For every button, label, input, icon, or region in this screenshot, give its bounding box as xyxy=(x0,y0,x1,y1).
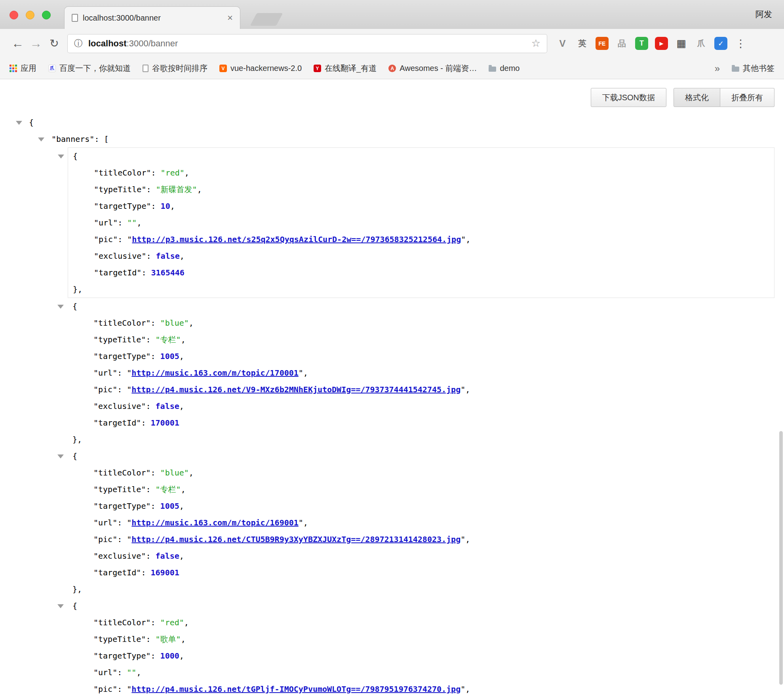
browser-menu-icon[interactable]: ⋮ xyxy=(735,37,746,50)
json-token: "typeTitle" xyxy=(93,335,146,344)
ext-fe-icon[interactable] xyxy=(596,37,609,50)
json-token: , xyxy=(181,335,186,344)
bookmark-label: 谷歌按时间排序 xyxy=(152,63,207,74)
json-token: "" xyxy=(127,218,137,227)
ext-translate-icon[interactable] xyxy=(576,37,589,50)
ext-youtube-icon[interactable] xyxy=(655,37,668,50)
json-line: { xyxy=(68,298,774,315)
extension-icons xyxy=(556,37,727,50)
maximize-window-button[interactable] xyxy=(42,11,51,19)
bookmark-item[interactable]: 百度一下，你就知道 xyxy=(48,63,131,74)
youdao-icon xyxy=(314,65,321,72)
json-line: "targetType": 1005, xyxy=(68,498,774,514)
ext-qr-icon[interactable] xyxy=(675,37,688,50)
other-bookmarks[interactable]: 其他书签 xyxy=(732,63,774,74)
json-line: { xyxy=(68,598,774,614)
page-info-icon[interactable]: ⓘ xyxy=(74,38,83,50)
url-link[interactable]: http://p4.music.126.net/V9-MXz6b2MNhEKju… xyxy=(131,385,461,394)
json-token: " xyxy=(461,684,465,694)
page-icon xyxy=(143,65,148,72)
ext-v-icon[interactable] xyxy=(556,37,569,50)
reload-button[interactable]: ↻ xyxy=(45,38,63,49)
bookmark-star-icon[interactable]: ☆ xyxy=(531,37,540,50)
titlebar: localhost:3000/banner × 阿发 xyxy=(0,0,784,29)
profile-name[interactable]: 阿发 xyxy=(755,9,772,20)
collapse-toggle-icon[interactable] xyxy=(57,305,64,309)
ext-group-icon[interactable] xyxy=(615,37,628,50)
json-token: "targetType" xyxy=(93,651,151,661)
url-host: localhost xyxy=(88,38,127,48)
json-token: : xyxy=(151,618,160,627)
close-window-button[interactable] xyxy=(10,11,18,19)
json-token: " xyxy=(127,368,131,378)
json-token: "新碟首发" xyxy=(156,185,197,194)
url-text: localhost:3000/banner xyxy=(88,38,178,49)
url-link[interactable]: http://music.163.com/m/topic/169001 xyxy=(131,518,298,527)
bookmark-label: 在线翻译_有道 xyxy=(325,63,377,74)
folder-icon xyxy=(732,67,739,72)
json-line: }, xyxy=(68,431,774,448)
bookmark-label: demo xyxy=(500,64,519,73)
json-token: "url" xyxy=(93,668,117,677)
vue-icon xyxy=(219,65,227,72)
json-token: , xyxy=(185,168,189,178)
json-token: { xyxy=(72,302,77,311)
new-tab-button[interactable] xyxy=(250,13,283,26)
url-link[interactable]: http://p3.music.126.net/s25q2x5QyqsAzilC… xyxy=(132,235,461,244)
json-token: , xyxy=(189,468,194,477)
ext-shield-t-icon[interactable] xyxy=(635,37,648,50)
json-line: "targetId": 3165446 xyxy=(68,264,774,281)
tab-close-icon[interactable]: × xyxy=(227,13,233,23)
format-button[interactable]: 格式化 xyxy=(674,88,720,107)
url-link[interactable]: http://music.163.com/m/topic/170001 xyxy=(131,368,298,378)
json-viewer-toolbar: 下载JSON数据 格式化 折叠所有 xyxy=(0,79,784,107)
tab-title: localhost:3000/banner xyxy=(83,13,223,23)
json-line: { xyxy=(0,114,784,131)
collapse-toggle-icon[interactable] xyxy=(38,137,44,141)
json-token: , xyxy=(136,668,141,677)
json-token: { xyxy=(72,601,77,611)
collapse-toggle-icon[interactable] xyxy=(16,121,22,125)
forward-button[interactable]: → xyxy=(27,37,45,50)
collapse-toggle-icon[interactable] xyxy=(57,454,64,458)
bookmark-item[interactable]: demo xyxy=(489,64,519,73)
json-token: }, xyxy=(72,584,82,594)
json-token: : xyxy=(151,501,160,511)
json-token: 169001 xyxy=(151,568,179,577)
download-json-button[interactable]: 下载JSON数据 xyxy=(591,88,666,107)
apps-label: 应用 xyxy=(21,63,36,74)
json-token: , xyxy=(189,318,194,328)
collapse-all-button[interactable]: 折叠所有 xyxy=(720,88,774,107)
json-line: { xyxy=(68,148,774,164)
url-link[interactable]: http://p4.music.126.net/tGPljf-IMOCyPvum… xyxy=(131,684,461,694)
json-token: , xyxy=(181,485,186,494)
bookmarks-overflow-chevron[interactable]: » xyxy=(715,63,720,74)
browser-tab[interactable]: localhost:3000/banner × xyxy=(64,6,240,29)
json-token: { xyxy=(29,118,34,127)
collapse-toggle-icon[interactable] xyxy=(58,155,64,158)
ext-shield-check-icon[interactable] xyxy=(714,37,727,50)
json-token: , xyxy=(179,351,184,361)
address-bar[interactable]: ⓘ localhost:3000/banner ☆ xyxy=(67,34,547,53)
vertical-scrollbar[interactable] xyxy=(779,431,783,685)
back-button[interactable]: ← xyxy=(9,37,27,50)
json-token: "targetType" xyxy=(93,351,151,361)
ext-paw-icon[interactable] xyxy=(695,37,708,50)
json-token: : xyxy=(151,168,161,178)
json-object: {"titleColor": "blue","typeTitle": "专栏",… xyxy=(68,298,774,448)
collapse-toggle-icon[interactable] xyxy=(57,604,64,608)
url-link[interactable]: http://p4.music.126.net/CTU5B9R9y3XyYBZX… xyxy=(131,535,461,544)
bookmark-item[interactable]: vue-hackernews-2.0 xyxy=(219,64,302,73)
bookmark-item[interactable]: Awesomes - 前端资… xyxy=(388,63,477,74)
json-token: : xyxy=(118,218,127,227)
json-token: " xyxy=(461,535,465,544)
bookmarks-bar: 应用 百度一下，你就知道谷歌按时间排序vue-hackernews-2.0在线翻… xyxy=(0,58,784,79)
apps-shortcut[interactable]: 应用 xyxy=(10,63,36,74)
json-token: "targetId" xyxy=(93,418,141,428)
json-token: "pic" xyxy=(94,235,118,244)
bookmark-item[interactable]: 在线翻译_有道 xyxy=(314,63,377,74)
json-token: " xyxy=(127,535,131,544)
minimize-window-button[interactable] xyxy=(26,11,34,19)
bookmark-item[interactable]: 谷歌按时间排序 xyxy=(143,63,207,74)
json-token: "titleColor" xyxy=(93,318,151,328)
